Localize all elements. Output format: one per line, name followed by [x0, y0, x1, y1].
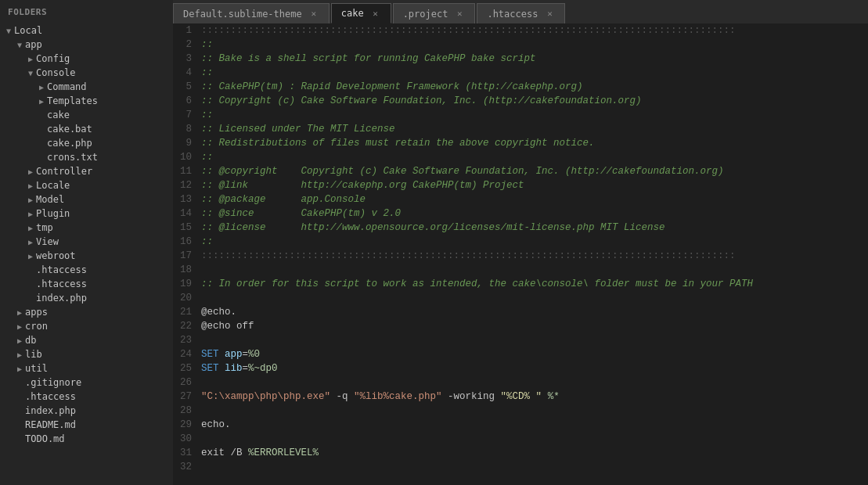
label-local: Local: [14, 25, 42, 36]
code-line-9: :: Redistributions of files must retain …: [201, 136, 868, 150]
sidebar-item-htaccess1[interactable]: .htaccess: [0, 263, 173, 277]
tab-cake[interactable]: cake ✕: [331, 3, 391, 23]
code-line-31: exit /B %ERRORLEVEL%: [201, 446, 868, 460]
code-line-27: "C:\xampp\php\php.exe" -q "%lib%cake.php…: [201, 390, 868, 404]
label-templates: Templates: [47, 95, 98, 106]
sidebar-item-app[interactable]: ▼ app: [0, 38, 173, 52]
tab-default-theme[interactable]: Default.sublime-theme ✕: [173, 3, 330, 23]
sidebar-item-util[interactable]: ▶ util: [0, 361, 173, 375]
sidebar-item-gitignore[interactable]: .gitignore: [0, 375, 173, 390]
code-line-3: :: Bake is a shell script for running Ca…: [201, 52, 868, 66]
tab-label-htaccess: .htaccess: [487, 9, 538, 20]
label-htaccess1: .htaccess: [36, 264, 87, 275]
arrow-plugin: ▶: [25, 210, 36, 218]
label-tmp: tmp: [36, 222, 53, 233]
sidebar-item-lib[interactable]: ▶ lib: [0, 347, 173, 361]
sidebar-item-config[interactable]: ▶ Config: [0, 52, 173, 66]
code-line-23: [201, 333, 868, 347]
code-line-20: [201, 291, 868, 305]
sidebar-item-readme[interactable]: README.md: [0, 418, 173, 432]
arrow-config: ▶: [25, 55, 36, 63]
sidebar-item-cake[interactable]: cake: [0, 108, 173, 122]
sidebar: ▼ Local ▼ app ▶ Config ▼ Console ▶ Comma: [0, 23, 173, 485]
tab-project[interactable]: .project ✕: [393, 3, 476, 23]
label-htaccess-root: .htaccess: [25, 391, 76, 402]
code-content[interactable]: ::::::::::::::::::::::::::::::::::::::::…: [201, 23, 868, 485]
code-line-25: SET lib=%~dp0: [201, 361, 868, 375]
code-line-32: [201, 460, 868, 474]
arrow-tmp: ▶: [25, 224, 36, 232]
sidebar-item-model[interactable]: ▶ Model: [0, 192, 173, 207]
label-cake-php: cake.php: [47, 138, 92, 149]
label-model: Model: [36, 194, 64, 205]
sidebar-item-apps[interactable]: ▶ apps: [0, 305, 173, 319]
arrow-db: ▶: [14, 336, 25, 345]
label-db: db: [25, 335, 36, 346]
sidebar-item-plugin[interactable]: ▶ Plugin: [0, 207, 173, 221]
label-cron: cron: [25, 321, 48, 332]
label-console: Console: [36, 67, 76, 78]
label-todo: TODO.md: [25, 433, 65, 444]
sidebar-item-local[interactable]: ▼ Local: [0, 23, 173, 38]
sidebar-item-todo[interactable]: TODO.md: [0, 432, 173, 446]
tab-label-cake: cake: [341, 8, 364, 19]
sidebar-item-htaccess2[interactable]: .htaccess: [0, 277, 173, 291]
arrow-controller: ▶: [25, 167, 36, 176]
label-readme: README.md: [25, 419, 76, 430]
sidebar-item-cake-php[interactable]: cake.php: [0, 136, 173, 150]
editor[interactable]: 1 2 3 4 5 6 7 8 9 10 11 12 13 14 15 16 1…: [173, 23, 868, 485]
sidebar-item-console[interactable]: ▼ Console: [0, 66, 173, 80]
sidebar-item-crons-txt[interactable]: crons.txt: [0, 150, 173, 164]
code-line-18: [201, 263, 868, 277]
code-line-24: SET app=%0: [201, 347, 868, 361]
tab-label-default-theme: Default.sublime-theme: [183, 9, 302, 20]
label-command: Command: [47, 81, 87, 92]
code-line-14: :: @since CakePHP(tm) v 2.0: [201, 207, 868, 221]
sidebar-item-command[interactable]: ▶ Command: [0, 80, 173, 94]
code-line-12: :: @link http://cakephp.org CakePHP(tm) …: [201, 178, 868, 192]
code-line-19: :: In order for this script to work as i…: [201, 277, 868, 291]
code-line-8: :: Licensed under The MIT License: [201, 122, 868, 136]
code-line-5: :: CakePHP(tm) : Rapid Development Frame…: [201, 80, 868, 94]
arrow-webroot: ▶: [25, 252, 36, 260]
sidebar-item-db[interactable]: ▶ db: [0, 333, 173, 347]
code-line-11: :: @copyright Copyright (c) Cake Softwar…: [201, 164, 868, 178]
tab-close-cake[interactable]: ✕: [370, 8, 381, 19]
tab-close-project[interactable]: ✕: [454, 9, 465, 20]
arrow-util: ▶: [14, 365, 25, 373]
arrow-console: ▼: [25, 69, 36, 77]
arrow-app: ▼: [14, 41, 25, 49]
label-locale: Locale: [36, 180, 70, 191]
code-line-10: ::: [201, 150, 868, 164]
sidebar-item-templates[interactable]: ▶ Templates: [0, 94, 173, 108]
folders-header: FOLDERS: [8, 7, 47, 17]
label-index-php-app: index.php: [36, 293, 87, 304]
sidebar-item-index-php-app[interactable]: index.php: [0, 291, 173, 305]
tab-close-default-theme[interactable]: ✕: [308, 9, 319, 20]
tab-htaccess[interactable]: .htaccess ✕: [477, 3, 565, 23]
label-crons-txt: crons.txt: [47, 152, 98, 163]
sidebar-item-controller[interactable]: ▶ Controller: [0, 164, 173, 178]
sidebar-item-tmp[interactable]: ▶ tmp: [0, 221, 173, 235]
arrow-view: ▶: [25, 238, 36, 246]
code-line-22: @echo off: [201, 319, 868, 333]
code-line-2: ::: [201, 38, 868, 52]
sidebar-item-cron[interactable]: ▶ cron: [0, 319, 173, 333]
arrow-command: ▶: [36, 83, 47, 92]
arrow-templates: ▶: [36, 97, 47, 106]
sidebar-item-index-php-root[interactable]: index.php: [0, 404, 173, 418]
sidebar-item-htaccess-root[interactable]: .htaccess: [0, 390, 173, 404]
label-cake-bat: cake.bat: [47, 124, 92, 135]
sidebar-item-cake-bat[interactable]: cake.bat: [0, 122, 173, 136]
code-line-1: ::::::::::::::::::::::::::::::::::::::::…: [201, 23, 868, 38]
sidebar-item-view[interactable]: ▶ View: [0, 235, 173, 249]
code-line-29: echo.: [201, 418, 868, 432]
line-numbers: 1 2 3 4 5 6 7 8 9 10 11 12 13 14 15 16 1…: [173, 23, 201, 485]
code-line-26: [201, 375, 868, 390]
arrow-local: ▼: [3, 27, 14, 35]
code-line-15: :: @license http://www.opensource.org/li…: [201, 221, 868, 235]
label-controller: Controller: [36, 166, 92, 177]
tab-close-htaccess[interactable]: ✕: [544, 9, 555, 20]
sidebar-item-locale[interactable]: ▶ Locale: [0, 178, 173, 192]
sidebar-item-webroot[interactable]: ▶ webroot: [0, 249, 173, 263]
